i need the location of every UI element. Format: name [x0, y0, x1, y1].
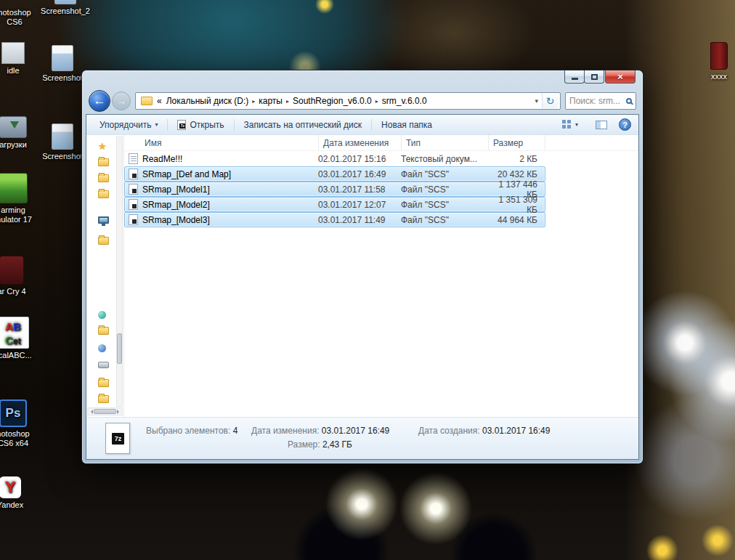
sidebar-folder-icon[interactable]: [98, 379, 109, 387]
chevron-down-icon: ▾: [155, 121, 158, 128]
back-button[interactable]: ←: [89, 90, 110, 112]
change-view-button[interactable]: ▾: [556, 117, 584, 132]
text-file-icon: [129, 153, 138, 164]
file-row-readme[interactable]: ReadMe!!! 02.01.2017 15:16 Текстовый док…: [124, 151, 545, 166]
desktop-icon-label: scalABC...: [0, 351, 41, 360]
file-row-srmap-def-and-map[interactable]: SRmap_[Def and Map] 03.01.2017 16:49 Фай…: [124, 166, 545, 182]
navpane-vertical-scrollbar[interactable]: [116, 137, 123, 407]
command-bar: Упорядочить ▾ 7z Открыть Записать на опт…: [86, 115, 638, 135]
sidebar-folder-icon[interactable]: [98, 327, 109, 335]
title-bar[interactable]: ×: [82, 70, 643, 88]
file-date: 03.01.2017 11:58: [318, 184, 401, 195]
desktop-icon-screenshot-2[interactable]: Screenshot_2: [38, 0, 93, 16]
help-button[interactable]: ?: [619, 118, 631, 131]
file-date: 03.01.2017 12:07: [318, 200, 401, 210]
desktop-icon-pascal-abc[interactable]: AB Cet scalABC...: [0, 317, 41, 360]
desktop-icon-farming-simulator[interactable]: arming mulator 17: [0, 173, 41, 224]
address-dropdown-button[interactable]: ▾: [531, 97, 542, 105]
minimize-button[interactable]: [564, 70, 585, 84]
column-header-type[interactable]: Тип: [402, 135, 489, 150]
column-header-size[interactable]: Размер: [489, 135, 545, 150]
breadcrumb-srm[interactable]: srm_v.6.0.0: [379, 94, 430, 107]
scs-file-icon: [129, 169, 138, 179]
preview-pane-button[interactable]: [590, 118, 613, 132]
burn-label: Записать на оптический диск: [244, 120, 362, 130]
file-list: Имя Дата изменения Тип Размер ReadMe!!! …: [124, 135, 638, 417]
desktop-icon-photoshop-cs6[interactable]: hotoshop CS6: [0, 0, 42, 27]
file-date: 02.01.2017 15:16: [318, 154, 401, 164]
file-name: SRmap_[Model3]: [142, 215, 210, 225]
desktop: hotoshop CS6 Screenshot_2 idle Screensho…: [0, 0, 735, 560]
abc-letter-c: C: [5, 334, 13, 346]
desktop-icon-photoshop-cs6-x64[interactable]: Ps hotoshop CS6 x64: [0, 399, 41, 448]
scroll-left-arrow-icon[interactable]: [89, 410, 93, 414]
total-size-value: 2,43 ГБ: [322, 439, 352, 450]
close-icon: ×: [617, 71, 623, 82]
maximize-icon: [591, 74, 598, 80]
explorer-window: × ← → « Локальный диск (D:) ▸ карты ▸ So…: [82, 70, 643, 463]
scrollbar-thumb[interactable]: [94, 409, 116, 414]
computer-icon[interactable]: [98, 216, 109, 224]
sidebar-folder-icon[interactable]: [98, 395, 109, 403]
column-header-date[interactable]: Дата изменения: [319, 135, 402, 150]
sidebar-folder-icon[interactable]: [98, 190, 109, 198]
breadcrumb-drive[interactable]: Локальный диск (D:): [163, 94, 252, 107]
file-size: 2 КБ: [488, 154, 542, 164]
abc-letters-icon: AB Cet: [0, 317, 29, 349]
desktop-icon-yandex[interactable]: Y Yandex: [0, 476, 38, 510]
7z-badge: 7z: [112, 433, 124, 445]
organize-button[interactable]: Упорядочить ▾: [94, 117, 163, 133]
file-row-srmap-model3[interactable]: SRmap_[Model3] 03.01.2017 11:49 Файл "SC…: [124, 212, 545, 227]
column-header-name[interactable]: Имя: [124, 135, 319, 150]
close-button[interactable]: ×: [605, 70, 635, 84]
homegroup-icon[interactable]: [98, 344, 106, 352]
sidebar-folder-icon[interactable]: [98, 174, 109, 182]
scs-file-icon: [129, 199, 138, 210]
burn-disc-button[interactable]: Записать на оптический диск: [238, 117, 368, 133]
address-bar[interactable]: « Локальный диск (D:) ▸ карты ▸ SouthReg…: [135, 92, 561, 110]
address-bar-controls: ▾ ↻: [531, 94, 558, 108]
network-icon[interactable]: [98, 311, 106, 319]
open-button[interactable]: 7z Открыть: [171, 117, 230, 133]
search-input[interactable]: Поиск: srm...: [565, 92, 636, 110]
yandex-icon: Y: [0, 476, 21, 498]
abc-letter-a: A: [5, 320, 13, 333]
disk-drive-icon[interactable]: [98, 362, 109, 368]
refresh-button[interactable]: ↻: [542, 94, 558, 108]
sidebar-folder-icon[interactable]: [98, 158, 109, 166]
desktop-icon-far-cry-4[interactable]: ar Cry 4: [0, 256, 39, 296]
scroll-right-arrow-icon[interactable]: [117, 410, 121, 414]
desktop-icon-label: Screenshot_2: [38, 7, 93, 16]
file-name: SRmap_[Model1]: [142, 184, 210, 195]
forward-button[interactable]: →: [112, 92, 131, 110]
navpane-horizontal-scrollbar[interactable]: [87, 407, 123, 415]
desktop-icon-xxxx[interactable]: xxxx: [691, 42, 735, 81]
selected-count-label: Выбрано элементов:: [146, 426, 230, 436]
favorites-star-icon[interactable]: ★: [98, 141, 107, 152]
new-folder-button[interactable]: Новая папка: [375, 117, 438, 133]
file-date: 03.01.2017 16:49: [318, 169, 401, 179]
breadcrumb-overflow-button[interactable]: «: [155, 94, 163, 107]
open-label: Открыть: [190, 120, 224, 130]
file-size: 1 351 309 КБ: [488, 195, 542, 215]
search-icon[interactable]: [626, 98, 632, 104]
organize-label: Упорядочить: [100, 120, 151, 130]
file-name: SRmap_[Model2]: [142, 200, 210, 210]
breadcrumb-karty[interactable]: карты: [256, 94, 285, 107]
scrollbar-thumb[interactable]: [117, 333, 122, 364]
screenshot-file-icon: [54, 0, 76, 4]
file-row-srmap-model2[interactable]: SRmap_[Model2] 03.01.2017 12:07 Файл "SC…: [124, 197, 545, 212]
breadcrumb-southregion[interactable]: SouthRegion_v6.0.0: [290, 94, 375, 107]
created-date-value: 03.01.2017 16:49: [482, 426, 550, 436]
7zip-file-icon: 7z: [177, 120, 186, 130]
file-row-srmap-model1[interactable]: SRmap_[Model1] 03.01.2017 11:58 Файл "SC…: [124, 182, 545, 197]
screenshot-file-icon: [52, 123, 73, 150]
file-name: ReadMe!!!: [142, 154, 182, 164]
maximize-button[interactable]: [584, 70, 604, 84]
window-controls: ×: [564, 70, 635, 84]
total-size: Размер: 2,43 ГБ: [288, 439, 352, 450]
sidebar-folder-icon[interactable]: [98, 237, 109, 245]
screenshot-file-icon: [52, 45, 73, 71]
help-icon: ?: [622, 121, 628, 129]
desktop-icon-label: xxxx: [691, 72, 735, 81]
